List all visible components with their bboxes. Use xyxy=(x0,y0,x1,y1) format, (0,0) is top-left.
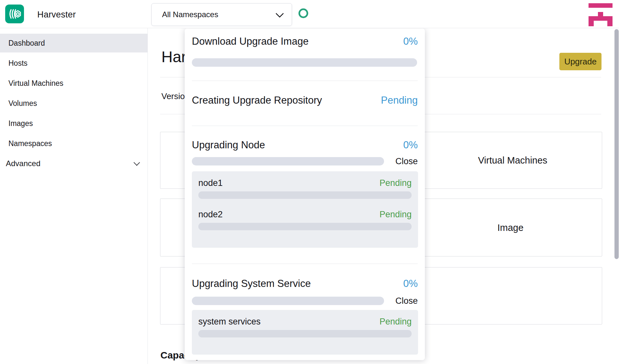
node-status-box: node1 Pending node2 Pending xyxy=(192,171,418,248)
sidebar-item-hosts[interactable]: Hosts xyxy=(0,54,147,73)
identicon-pixels xyxy=(589,3,613,27)
sidebar-item-virtual-machines[interactable]: Virtual Machines xyxy=(0,74,147,93)
sidebar-nav: Dashboard Hosts Virtual Machines Volumes… xyxy=(0,28,147,173)
node-row: node2 Pending xyxy=(198,209,412,220)
progress-bar-system-services xyxy=(198,330,412,337)
progress-bar-system-service xyxy=(192,297,384,305)
upgrade-button[interactable]: Upgrade xyxy=(559,53,601,70)
app-header: Harvester All Namespaces xyxy=(0,0,619,28)
sidebar-item-label: Dashboard xyxy=(8,39,45,48)
sidebar-item-dashboard[interactable]: Dashboard xyxy=(0,34,147,52)
upgrade-section-download: Download Upgrade Image 0% xyxy=(192,35,418,48)
sidebar-item-label: Namespaces xyxy=(8,139,52,148)
section-title: Download Upgrade Image xyxy=(192,36,309,47)
divider xyxy=(192,81,418,81)
service-status-badge: Pending xyxy=(380,317,412,327)
sidebar: Dashboard Hosts Virtual Machines Volumes… xyxy=(0,28,148,364)
sidebar-item-label: Volumes xyxy=(8,99,37,108)
node-name: node1 xyxy=(198,178,223,188)
divider xyxy=(192,126,418,126)
section-title: Creating Upgrade Repository xyxy=(192,95,322,106)
node-name: node2 xyxy=(198,210,223,220)
node-row: node1 Pending xyxy=(198,178,412,188)
app-title: Harvester xyxy=(37,10,76,20)
service-name: system services xyxy=(198,317,261,327)
upgrade-section-node: Upgrading Node 0% xyxy=(192,139,418,152)
section-title: Upgrading System Service xyxy=(192,278,311,290)
service-status-box: system services Pending xyxy=(192,310,418,355)
close-button[interactable]: Close xyxy=(395,156,418,166)
upgrade-progress-panel: Download Upgrade Image 0% Creating Upgra… xyxy=(185,28,425,360)
progress-bar-download xyxy=(192,58,417,67)
progress-bar-node2 xyxy=(198,223,412,230)
sidebar-item-label: Images xyxy=(8,119,33,128)
card-label: Image xyxy=(478,222,543,233)
upgrade-section-system-service: Upgrading System Service 0% xyxy=(192,277,418,290)
sidebar-item-namespaces[interactable]: Namespaces xyxy=(0,134,147,153)
section-percent: 0% xyxy=(403,278,418,290)
sidebar-group-label: Advanced xyxy=(6,159,41,168)
section-percent: 0% xyxy=(403,36,418,47)
namespace-dropdown-value: All Namespaces xyxy=(162,10,218,19)
section-percent: 0% xyxy=(403,139,418,151)
user-avatar-identicon[interactable] xyxy=(589,3,613,27)
upgrade-section-repository: Creating Upgrade Repository Pending xyxy=(192,94,418,107)
node-status-badge: Pending xyxy=(380,210,412,220)
sidebar-item-volumes[interactable]: Volumes xyxy=(0,94,147,113)
namespace-dropdown[interactable]: All Namespaces xyxy=(151,3,292,26)
loading-spinner-icon xyxy=(298,8,308,18)
scrollbar-thumb[interactable] xyxy=(614,29,619,259)
node-status-badge: Pending xyxy=(380,178,412,188)
section-title: Upgrading Node xyxy=(192,139,265,151)
upgrade-service-progress-row: Close xyxy=(192,296,418,306)
section-status: Pending xyxy=(381,95,418,106)
sidebar-item-label: Hosts xyxy=(8,59,28,68)
close-button[interactable]: Close xyxy=(395,296,418,306)
sidebar-group-advanced[interactable]: Advanced xyxy=(0,154,147,173)
chevron-down-icon xyxy=(275,9,284,17)
sidebar-item-label: Virtual Machines xyxy=(8,79,64,88)
progress-bar-node xyxy=(192,157,384,165)
progress-bar-node1 xyxy=(198,191,412,199)
harvester-wheat-icon xyxy=(8,7,21,21)
chevron-down-icon xyxy=(134,159,140,166)
service-row: system services Pending xyxy=(198,316,412,327)
sidebar-item-images[interactable]: Images xyxy=(0,114,147,133)
divider xyxy=(192,264,418,264)
harvester-logo-icon[interactable] xyxy=(5,5,24,23)
upgrade-node-progress-row: Close xyxy=(192,156,418,166)
card-label: Virtual Machines xyxy=(478,155,543,166)
